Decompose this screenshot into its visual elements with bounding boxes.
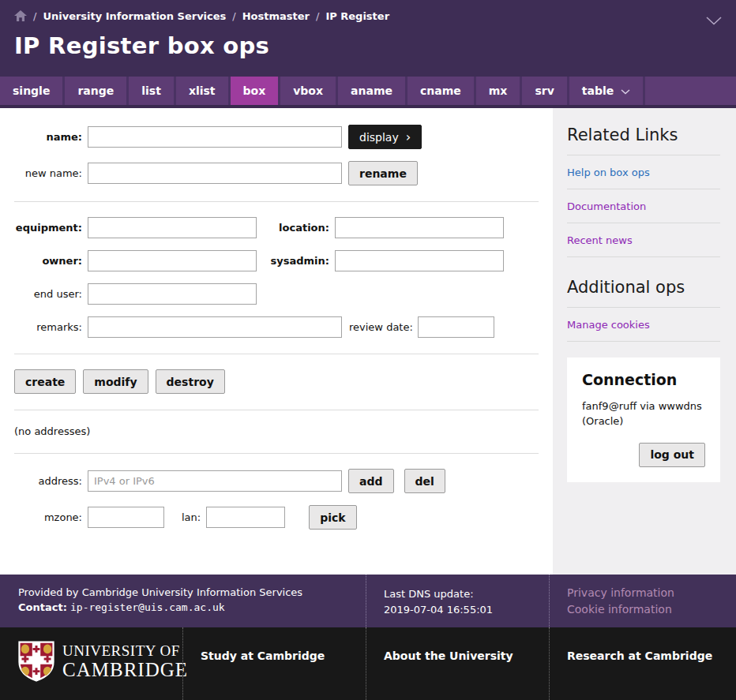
site-header: / University Information Services / Host…: [0, 0, 736, 77]
end-user-label: end user:: [14, 288, 82, 300]
no-addresses-text: (no addresses): [14, 425, 539, 437]
name-input[interactable]: [88, 126, 342, 148]
footer-dns-update: Last DNS update: 2019-07-04 16:55:01: [366, 575, 549, 627]
new-name-label: new name:: [14, 167, 82, 179]
display-button[interactable]: display ›: [348, 125, 422, 149]
pick-button[interactable]: pick: [309, 505, 356, 530]
sidebar: Related Links Help on box ops Documentat…: [553, 108, 736, 575]
connection-card: Connection fanf9@ruff via wwwdns (Oracle…: [567, 357, 720, 482]
breadcrumb: / University Information Services / Host…: [14, 10, 722, 22]
chevron-right-icon: ›: [406, 131, 411, 144]
breadcrumb-item-hostmaster[interactable]: Hostmaster: [242, 10, 310, 22]
tab-xlist[interactable]: xlist: [176, 77, 231, 105]
equipment-label: equipment:: [14, 222, 82, 234]
rename-button[interactable]: rename: [348, 161, 418, 185]
del-button[interactable]: del: [404, 469, 445, 493]
tab-srv[interactable]: srv: [522, 77, 569, 105]
logo-line2: CAMBRIDGE: [62, 660, 188, 680]
cambridge-shield-icon: [18, 641, 54, 685]
tab-vbox[interactable]: vbox: [280, 77, 338, 105]
study-at-cambridge-link[interactable]: Study at Cambridge: [201, 649, 325, 662]
display-button-label: display: [359, 131, 399, 144]
sidebar-link-help-on-box-ops[interactable]: Help on box ops: [567, 155, 720, 189]
address-label: address:: [14, 475, 82, 487]
footer-provided-by: Provided by Cambridge University Informa…: [0, 575, 366, 627]
sysadmin-input[interactable]: [335, 250, 504, 271]
tab-table-label: table: [582, 77, 614, 105]
logo-line1: UNIVERSITY OF: [62, 643, 188, 660]
info-footer: Provided by Cambridge University Informa…: [0, 575, 736, 627]
breadcrumb-item-ip-register[interactable]: IP Register: [325, 10, 389, 22]
main: name: display › new name: rename equipme…: [0, 108, 736, 575]
modify-button[interactable]: modify: [83, 369, 148, 394]
tab-range[interactable]: range: [65, 77, 129, 105]
contact-email-link[interactable]: ip-register@uis.cam.ac.uk: [70, 601, 225, 613]
tab-single[interactable]: single: [0, 77, 65, 105]
mzone-input[interactable]: [88, 507, 164, 528]
location-label: location:: [263, 222, 329, 234]
related-links-heading: Related Links: [567, 108, 720, 155]
university-footer: UNIVERSITY OF CAMBRIDGE Study at Cambrid…: [0, 627, 736, 700]
additional-ops-heading: Additional ops: [567, 257, 720, 307]
dns-update-label: Last DNS update:: [384, 586, 549, 602]
remarks-label: remarks:: [14, 321, 82, 333]
action-buttons: create modify destroy: [14, 369, 539, 394]
location-input[interactable]: [335, 217, 504, 238]
breadcrumb-separator: /: [232, 10, 235, 22]
review-date-label: review date:: [349, 321, 413, 333]
sidebar-link-documentation[interactable]: Documentation: [567, 189, 720, 223]
box-ops-form: name: display › new name: rename equipme…: [0, 108, 553, 575]
sidebar-link-recent-news[interactable]: Recent news: [567, 223, 720, 256]
breadcrumb-item-uis[interactable]: University Information Services: [43, 10, 226, 22]
log-out-button[interactable]: log out: [639, 443, 705, 467]
page: / University Information Services / Host…: [0, 0, 736, 700]
cambridge-logo-text: UNIVERSITY OF CAMBRIDGE: [62, 643, 188, 680]
home-icon[interactable]: [14, 10, 27, 21]
equipment-input[interactable]: [88, 217, 257, 238]
destroy-button[interactable]: destroy: [156, 369, 225, 394]
privacy-information-link[interactable]: Privacy information: [567, 585, 736, 601]
cambridge-logo[interactable]: UNIVERSITY OF CAMBRIDGE: [0, 627, 182, 700]
page-title: IP Register box ops: [14, 32, 722, 59]
sidebar-link-manage-cookies[interactable]: Manage cookies: [567, 308, 720, 341]
tab-mx[interactable]: mx: [476, 77, 523, 105]
nav-tabs: single range list xlist box vbox aname c…: [0, 77, 736, 108]
create-button[interactable]: create: [14, 369, 76, 394]
breadcrumb-separator: /: [33, 10, 36, 22]
lan-input[interactable]: [206, 507, 285, 528]
address-input[interactable]: [88, 470, 342, 492]
chevron-down-icon: [621, 89, 630, 95]
breadcrumb-separator: /: [316, 10, 319, 22]
end-user-input[interactable]: [88, 283, 257, 305]
divider: [14, 354, 539, 354]
review-date-input[interactable]: [418, 316, 494, 338]
tab-cname[interactable]: cname: [407, 77, 476, 105]
tab-aname[interactable]: aname: [338, 77, 407, 105]
tab-list[interactable]: list: [129, 77, 176, 105]
owner-input[interactable]: [88, 250, 257, 271]
connection-heading: Connection: [582, 371, 705, 388]
chevron-down-icon[interactable]: [706, 13, 722, 28]
divider: [14, 453, 539, 454]
connection-detail: fanf9@ruff via wwwdns (Oracle): [582, 399, 716, 429]
sysadmin-label: sysadmin:: [263, 255, 329, 267]
divider: [14, 410, 539, 410]
footer-policy-links: Privacy information Cookie information: [549, 575, 736, 627]
provided-by-text: Provided by Cambridge University Informa…: [18, 586, 366, 598]
mzone-label: mzone:: [14, 511, 82, 523]
lan-label: lan:: [182, 511, 201, 523]
contact-label: Contact:: [18, 601, 67, 613]
name-label: name:: [14, 131, 82, 143]
new-name-input[interactable]: [88, 163, 342, 184]
about-the-university-link[interactable]: About the University: [384, 649, 513, 662]
dns-update-time: 2019-07-04 16:55:01: [384, 602, 549, 618]
add-button[interactable]: add: [348, 469, 394, 493]
tab-table[interactable]: table: [569, 77, 645, 105]
tab-box[interactable]: box: [231, 77, 281, 105]
owner-label: owner:: [14, 255, 82, 267]
research-at-cambridge-link[interactable]: Research at Cambridge: [567, 649, 712, 662]
divider: [14, 201, 539, 202]
remarks-input[interactable]: [88, 316, 342, 338]
cookie-information-link[interactable]: Cookie information: [567, 601, 736, 618]
